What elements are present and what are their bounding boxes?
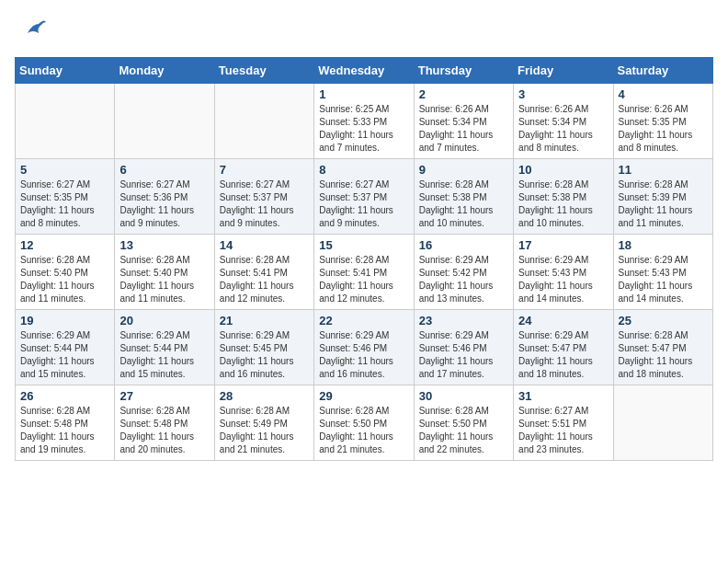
day-number: 26 — [20, 389, 109, 403]
day-info: Sunrise: 6:28 AMSunset: 5:39 PMDaylight:… — [619, 178, 708, 230]
calendar-cell: 20Sunrise: 6:29 AMSunset: 5:44 PMDayligh… — [115, 310, 214, 385]
day-info: Sunrise: 6:29 AMSunset: 5:43 PMDaylight:… — [619, 254, 708, 305]
day-info: Sunrise: 6:28 AMSunset: 5:38 PMDaylight:… — [518, 178, 608, 230]
day-number: 28 — [220, 389, 309, 403]
calendar-cell: 23Sunrise: 6:29 AMSunset: 5:46 PMDayligh… — [414, 310, 513, 385]
day-info: Sunrise: 6:28 AMSunset: 5:38 PMDaylight:… — [419, 178, 508, 230]
day-number: 9 — [419, 163, 508, 177]
calendar-cell: 11Sunrise: 6:28 AMSunset: 5:39 PMDayligh… — [613, 159, 712, 235]
day-number: 17 — [518, 238, 608, 252]
calendar-cell: 6Sunrise: 6:27 AMSunset: 5:36 PMDaylight… — [115, 159, 214, 235]
day-info: Sunrise: 6:28 AMSunset: 5:41 PMDaylight:… — [319, 254, 408, 305]
calendar-cell: 15Sunrise: 6:28 AMSunset: 5:41 PMDayligh… — [314, 235, 414, 310]
day-info: Sunrise: 6:27 AMSunset: 5:36 PMDaylight:… — [119, 178, 209, 230]
calendar-cell: 1Sunrise: 6:25 AMSunset: 5:33 PMDaylight… — [314, 84, 414, 159]
calendar-cell: 22Sunrise: 6:29 AMSunset: 5:46 PMDayligh… — [314, 310, 414, 385]
weekday-header: Monday — [115, 58, 214, 84]
day-info: Sunrise: 6:29 AMSunset: 5:44 PMDaylight:… — [20, 329, 109, 381]
day-number: 31 — [518, 389, 608, 403]
day-number: 29 — [319, 389, 408, 403]
logo — [15, 15, 48, 46]
day-number: 7 — [220, 163, 309, 177]
day-info: Sunrise: 6:29 AMSunset: 5:42 PMDaylight:… — [419, 254, 508, 305]
day-number: 5 — [20, 163, 109, 177]
day-number: 2 — [419, 87, 508, 101]
day-info: Sunrise: 6:27 AMSunset: 5:35 PMDaylight:… — [20, 178, 109, 230]
calendar-cell — [115, 84, 214, 159]
day-number: 15 — [319, 238, 408, 252]
day-number: 3 — [518, 87, 608, 101]
day-number: 16 — [419, 238, 508, 252]
day-number: 11 — [619, 163, 708, 177]
day-number: 13 — [119, 238, 209, 252]
day-info: Sunrise: 6:29 AMSunset: 5:46 PMDaylight:… — [419, 329, 508, 381]
calendar-cell: 28Sunrise: 6:28 AMSunset: 5:49 PMDayligh… — [214, 385, 313, 461]
day-number: 18 — [619, 238, 708, 252]
calendar-cell: 27Sunrise: 6:28 AMSunset: 5:48 PMDayligh… — [115, 385, 214, 461]
calendar-cell: 2Sunrise: 6:26 AMSunset: 5:34 PMDaylight… — [414, 84, 513, 159]
calendar-cell: 13Sunrise: 6:28 AMSunset: 5:40 PMDayligh… — [115, 235, 214, 310]
day-number: 12 — [20, 238, 109, 252]
calendar-week-row: 1Sunrise: 6:25 AMSunset: 5:33 PMDaylight… — [16, 84, 713, 159]
day-number: 1 — [319, 87, 408, 101]
day-info: Sunrise: 6:26 AMSunset: 5:34 PMDaylight:… — [518, 103, 608, 155]
day-info: Sunrise: 6:29 AMSunset: 5:45 PMDaylight:… — [220, 329, 309, 381]
calendar-cell: 17Sunrise: 6:29 AMSunset: 5:43 PMDayligh… — [514, 235, 613, 310]
day-number: 22 — [319, 314, 408, 327]
calendar-cell: 4Sunrise: 6:26 AMSunset: 5:35 PMDaylight… — [613, 84, 712, 159]
calendar-cell: 3Sunrise: 6:26 AMSunset: 5:34 PMDaylight… — [514, 84, 613, 159]
day-info: Sunrise: 6:28 AMSunset: 5:47 PMDaylight:… — [619, 329, 708, 381]
day-number: 19 — [20, 314, 109, 327]
calendar-week-row: 26Sunrise: 6:28 AMSunset: 5:48 PMDayligh… — [16, 385, 713, 461]
calendar-cell — [613, 385, 712, 461]
day-number: 8 — [319, 163, 408, 177]
page-header — [15, 15, 713, 46]
day-number: 6 — [119, 163, 209, 177]
calendar-cell: 8Sunrise: 6:27 AMSunset: 5:37 PMDaylight… — [314, 159, 414, 235]
day-info: Sunrise: 6:27 AMSunset: 5:37 PMDaylight:… — [319, 178, 408, 230]
day-info: Sunrise: 6:28 AMSunset: 5:40 PMDaylight:… — [20, 254, 109, 305]
day-info: Sunrise: 6:29 AMSunset: 5:46 PMDaylight:… — [319, 329, 408, 381]
day-number: 4 — [619, 87, 708, 101]
weekday-header: Friday — [514, 58, 613, 84]
day-number: 24 — [518, 314, 608, 327]
day-number: 25 — [619, 314, 708, 327]
day-info: Sunrise: 6:27 AMSunset: 5:37 PMDaylight:… — [220, 178, 309, 230]
calendar-cell: 24Sunrise: 6:29 AMSunset: 5:47 PMDayligh… — [514, 310, 613, 385]
day-number: 23 — [419, 314, 508, 327]
calendar-cell: 5Sunrise: 6:27 AMSunset: 5:35 PMDaylight… — [16, 159, 115, 235]
day-info: Sunrise: 6:26 AMSunset: 5:34 PMDaylight:… — [419, 103, 508, 155]
day-number: 20 — [119, 314, 209, 327]
calendar-table: SundayMondayTuesdayWednesdayThursdayFrid… — [15, 57, 713, 461]
weekday-header: Sunday — [16, 58, 115, 84]
logo-bird-icon — [20, 15, 48, 42]
weekday-header: Saturday — [613, 58, 712, 84]
calendar-cell: 12Sunrise: 6:28 AMSunset: 5:40 PMDayligh… — [16, 235, 115, 310]
day-info: Sunrise: 6:25 AMSunset: 5:33 PMDaylight:… — [319, 103, 408, 155]
weekday-header: Wednesday — [314, 58, 414, 84]
day-info: Sunrise: 6:28 AMSunset: 5:41 PMDaylight:… — [220, 254, 309, 305]
day-info: Sunrise: 6:28 AMSunset: 5:48 PMDaylight:… — [119, 405, 209, 456]
calendar-week-row: 19Sunrise: 6:29 AMSunset: 5:44 PMDayligh… — [16, 310, 713, 385]
calendar-cell: 21Sunrise: 6:29 AMSunset: 5:45 PMDayligh… — [214, 310, 313, 385]
calendar-cell: 18Sunrise: 6:29 AMSunset: 5:43 PMDayligh… — [613, 235, 712, 310]
calendar-header-row: SundayMondayTuesdayWednesdayThursdayFrid… — [16, 58, 713, 84]
calendar-cell: 10Sunrise: 6:28 AMSunset: 5:38 PMDayligh… — [514, 159, 613, 235]
calendar-cell: 14Sunrise: 6:28 AMSunset: 5:41 PMDayligh… — [214, 235, 313, 310]
calendar-cell: 30Sunrise: 6:28 AMSunset: 5:50 PMDayligh… — [414, 385, 513, 461]
day-info: Sunrise: 6:27 AMSunset: 5:51 PMDaylight:… — [518, 405, 608, 456]
calendar-cell: 25Sunrise: 6:28 AMSunset: 5:47 PMDayligh… — [613, 310, 712, 385]
day-info: Sunrise: 6:28 AMSunset: 5:49 PMDaylight:… — [220, 405, 309, 456]
calendar-week-row: 12Sunrise: 6:28 AMSunset: 5:40 PMDayligh… — [16, 235, 713, 310]
day-number: 10 — [518, 163, 608, 177]
day-info: Sunrise: 6:29 AMSunset: 5:47 PMDaylight:… — [518, 329, 608, 381]
calendar-cell: 9Sunrise: 6:28 AMSunset: 5:38 PMDaylight… — [414, 159, 513, 235]
day-info: Sunrise: 6:26 AMSunset: 5:35 PMDaylight:… — [619, 103, 708, 155]
weekday-header: Thursday — [414, 58, 513, 84]
day-info: Sunrise: 6:28 AMSunset: 5:50 PMDaylight:… — [319, 405, 408, 456]
calendar-cell: 31Sunrise: 6:27 AMSunset: 5:51 PMDayligh… — [514, 385, 613, 461]
calendar-cell: 29Sunrise: 6:28 AMSunset: 5:50 PMDayligh… — [314, 385, 414, 461]
calendar-cell: 7Sunrise: 6:27 AMSunset: 5:37 PMDaylight… — [214, 159, 313, 235]
day-number: 21 — [220, 314, 309, 327]
day-info: Sunrise: 6:29 AMSunset: 5:43 PMDaylight:… — [518, 254, 608, 305]
